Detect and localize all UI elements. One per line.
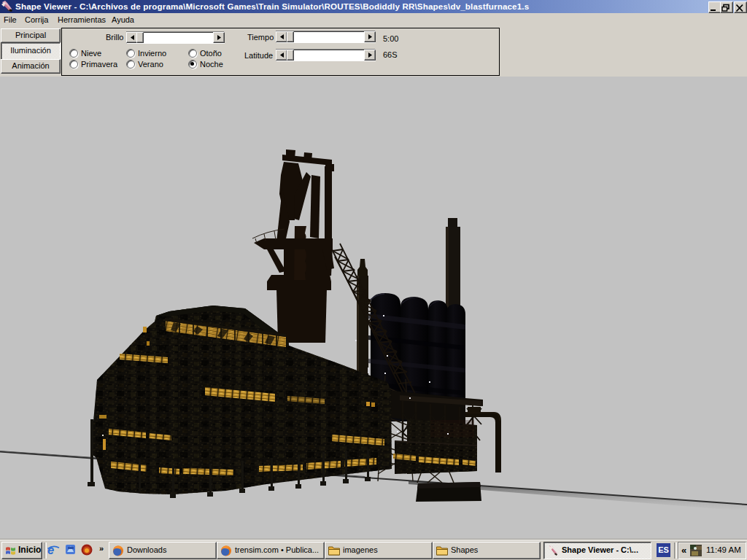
- svg-text:e: e: [47, 543, 54, 556]
